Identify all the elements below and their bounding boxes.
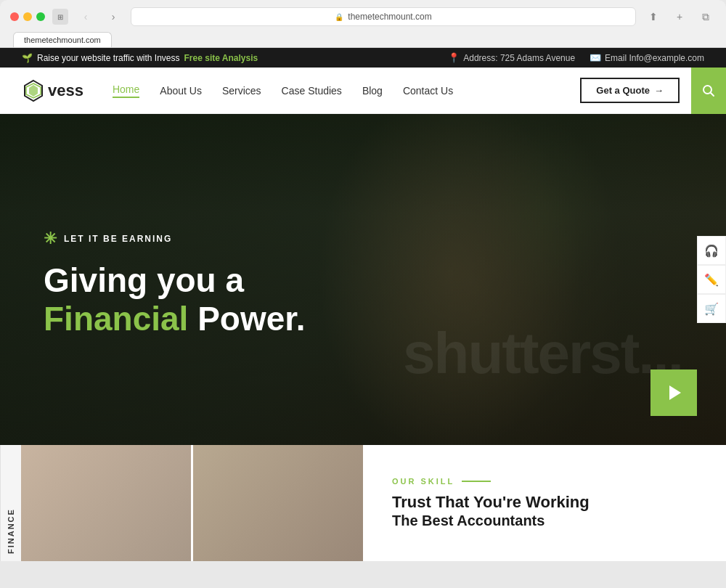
- header-actions: Get a Quote →: [580, 68, 704, 114]
- traffic-lights: [10, 12, 45, 21]
- lock-icon: 🔒: [335, 13, 343, 21]
- browser-actions: ⬆ + ⧉: [643, 9, 716, 25]
- play-button[interactable]: [650, 369, 697, 416]
- skill-line-decorator: [462, 481, 491, 482]
- url-text: themetechmount.com: [348, 12, 431, 22]
- hero-headline: Giving you a Financial Power.: [44, 261, 305, 338]
- below-photos: [21, 445, 363, 561]
- hero-tag: ✳ LET IT BE EARNING: [44, 229, 305, 248]
- skill-heading: Trust That You're Working The Best Accou…: [392, 493, 697, 529]
- hero-watermark: shutterst...: [403, 320, 682, 387]
- headline-white: Power.: [188, 300, 305, 338]
- svg-marker-1: [29, 85, 38, 97]
- top-bar-right: 📍 Address: 725 Adams Avenue ✉️ Email Inf…: [448, 52, 704, 63]
- logo-icon: [22, 79, 45, 102]
- search-icon: [701, 83, 716, 98]
- copy-icon[interactable]: ⧉: [696, 9, 716, 25]
- site-logo[interactable]: vess: [22, 79, 83, 102]
- hero-tag-text: LET IT BE EARNING: [64, 234, 172, 244]
- side-float-icons: 🎧 ✏️ 🛒: [697, 236, 726, 323]
- cart-icon[interactable]: 🛒: [697, 294, 726, 323]
- new-tab-icon[interactable]: +: [669, 9, 690, 25]
- address-info: 📍 Address: 725 Adams Avenue: [448, 52, 575, 63]
- minimize-button[interactable]: [23, 12, 32, 21]
- active-tab[interactable]: themetechmount.com: [13, 32, 112, 47]
- close-button[interactable]: [10, 12, 19, 21]
- email-icon: ✉️: [590, 52, 601, 63]
- finance-label: Finance: [0, 445, 21, 561]
- email-info: ✉️ Email Info@example.com: [590, 52, 704, 63]
- hero-section: shutterst... ✳ LET IT BE EARNING Giving …: [0, 114, 726, 445]
- main-nav: Home About Us Services Case Studies Blog…: [113, 83, 580, 98]
- window-grid-icon[interactable]: ⊞: [52, 9, 68, 25]
- browser-tabs: themetechmount.com: [10, 32, 716, 47]
- edit-icon[interactable]: ✏️: [697, 265, 726, 294]
- photo-1: [21, 445, 193, 561]
- site-header: vess Home About Us Services Case Studies…: [0, 68, 726, 114]
- nav-case-studies[interactable]: Case Studies: [282, 85, 342, 97]
- nav-home[interactable]: Home: [113, 83, 139, 98]
- play-icon: [669, 385, 681, 400]
- hero-content: ✳ LET IT BE EARNING Giving you a Financi…: [44, 229, 305, 341]
- address-bar[interactable]: 🔒 themetechmount.com: [131, 7, 636, 26]
- top-bar: 🌱 Raise your website traffic with Invess…: [0, 48, 726, 68]
- nav-blog[interactable]: Blog: [362, 85, 383, 97]
- below-left: Finance: [0, 445, 363, 561]
- skill-heading-line2: The Best Accountants: [392, 512, 697, 529]
- headline-green: Financial: [44, 300, 188, 338]
- topbar-highlight[interactable]: Free site Analysis: [184, 53, 258, 63]
- email-text: Email Info@example.com: [605, 53, 704, 63]
- asterisk-icon: ✳: [44, 229, 57, 248]
- back-button[interactable]: ‹: [76, 9, 96, 25]
- nav-contact[interactable]: Contact Us: [403, 85, 453, 97]
- share-icon[interactable]: ⬆: [643, 9, 664, 25]
- quote-arrow-icon: →: [654, 85, 664, 96]
- below-right: OUR SKILL Trust That You're Working The …: [363, 445, 726, 561]
- website-content: 🌱 Raise your website traffic with Invess…: [0, 48, 726, 561]
- topbar-icon: 🌱: [22, 53, 33, 63]
- svg-line-4: [711, 92, 714, 96]
- maximize-button[interactable]: [36, 12, 45, 21]
- browser-chrome: ⊞ ‹ › 🔒 themetechmount.com ⬆ + ⧉ themete…: [0, 0, 726, 48]
- nav-services[interactable]: Services: [222, 85, 261, 97]
- address-text: Address: 725 Adams Avenue: [463, 53, 575, 63]
- headline-line1: Giving you a: [44, 261, 244, 299]
- below-fold-section: Finance OUR SKILL Trust That You're Work…: [0, 445, 726, 561]
- topbar-text: Raise your website traffic with Invess: [37, 53, 180, 63]
- skill-label: OUR SKILL: [392, 477, 697, 486]
- location-icon: 📍: [448, 52, 460, 63]
- headphones-icon[interactable]: 🎧: [697, 236, 726, 265]
- skill-heading-line1: Trust That You're Working: [392, 493, 697, 512]
- quote-button[interactable]: Get a Quote →: [580, 78, 680, 103]
- search-button[interactable]: [691, 68, 726, 114]
- nav-about[interactable]: About Us: [160, 85, 202, 97]
- top-bar-left: 🌱 Raise your website traffic with Invess…: [22, 53, 258, 63]
- photo-2: [193, 445, 363, 561]
- quote-btn-label: Get a Quote: [596, 85, 650, 96]
- logo-text: vess: [48, 81, 83, 100]
- forward-button[interactable]: ›: [103, 9, 123, 25]
- skill-label-text: OUR SKILL: [392, 477, 454, 486]
